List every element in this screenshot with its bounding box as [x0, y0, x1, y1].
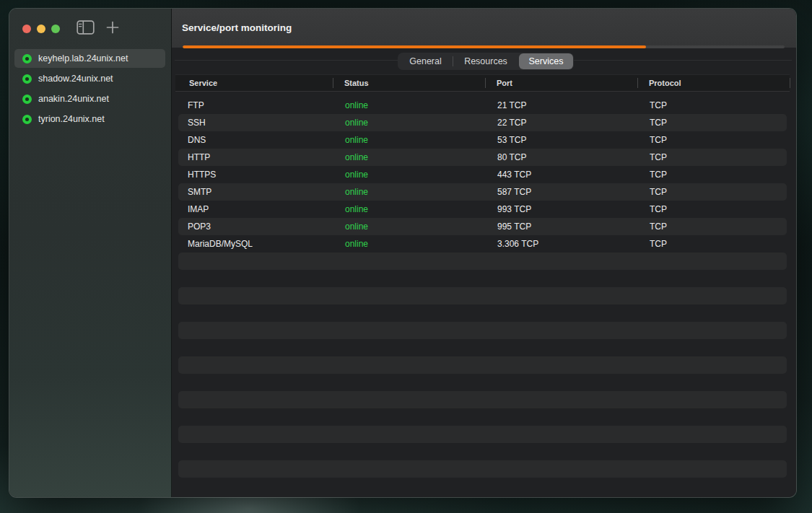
server-list: keyhelp.lab.24unix.net shadow.24unix.net…: [14, 49, 165, 130]
table-row-empty[interactable]: [178, 270, 787, 287]
column-separator: [637, 78, 638, 88]
sidebar-item-label: tyrion.24unix.net: [38, 114, 105, 124]
cell-protocol: TCP: [640, 204, 787, 214]
sidebar-item-label: keyhelp.lab.24unix.net: [38, 53, 128, 63]
column-header-label: Port: [497, 79, 512, 87]
cell-status: online: [336, 118, 488, 128]
add-server-icon[interactable]: [106, 21, 119, 37]
cell-port: 995 TCP: [488, 222, 640, 232]
toggle-sidebar-icon[interactable]: [77, 20, 95, 38]
column-header-protocol[interactable]: Protocol: [637, 75, 790, 91]
table-row-empty[interactable]: [178, 408, 787, 426]
minimize-button[interactable]: [37, 25, 45, 33]
traffic-lights: [22, 25, 60, 33]
sidebar-item-label: shadow.24unix.net: [38, 74, 113, 84]
server-status-dot-icon: [22, 95, 32, 104]
table-row-ftp[interactable]: FTP online 21 TCP TCP: [178, 97, 787, 114]
table-row-empty[interactable]: [178, 460, 787, 478]
cell-service: MariaDB/MySQL: [178, 239, 336, 249]
table-header: Service Status Port Protocol: [175, 74, 790, 92]
sidebar-item-anakin[interactable]: anakin.24unix.net: [14, 89, 165, 108]
cell-service: FTP: [178, 100, 336, 110]
sidebar-item-tyrion[interactable]: tyrion.24unix.net: [14, 110, 165, 128]
tab-services[interactable]: Services: [519, 53, 573, 69]
cell-protocol: TCP: [640, 170, 787, 180]
column-separator: [485, 78, 486, 88]
tab-label: General: [409, 56, 441, 66]
table-row-empty[interactable]: [178, 287, 787, 304]
tab-resources[interactable]: Resources: [453, 53, 519, 69]
table-row-https[interactable]: HTTPS online 443 TCP TCP: [178, 166, 787, 183]
content-pane: Service/port monitoring General Resource…: [172, 9, 796, 497]
service-table-body: FTP online 21 TCP TCP SSH online 22 TCP …: [178, 97, 787, 495]
page-title: Service/port monitoring: [182, 9, 292, 48]
table-row-dns[interactable]: DNS online 53 TCP TCP: [178, 131, 787, 149]
cell-status: online: [336, 239, 488, 249]
column-separator: [333, 78, 333, 88]
table-row-empty[interactable]: [178, 374, 787, 391]
table-row-empty[interactable]: [178, 391, 787, 408]
table-row-smtp[interactable]: SMTP online 587 TCP TCP: [178, 183, 787, 201]
table-row-ssh[interactable]: SSH online 22 TCP TCP: [178, 114, 787, 131]
cell-status: online: [336, 170, 488, 180]
table-row-empty[interactable]: [178, 356, 787, 374]
table-row-empty[interactable]: [178, 426, 787, 443]
column-separator: [790, 78, 790, 88]
cell-service: SMTP: [178, 187, 336, 197]
cell-protocol: TCP: [640, 100, 787, 110]
tab-label: Resources: [464, 56, 507, 66]
cell-port: 3.306 TCP: [488, 239, 640, 249]
cell-status: online: [336, 135, 488, 145]
close-button[interactable]: [22, 25, 31, 33]
sidebar-item-keyhelp[interactable]: keyhelp.lab.24unix.net: [14, 49, 165, 68]
table-row-empty[interactable]: [178, 253, 787, 270]
zoom-button[interactable]: [51, 25, 60, 33]
table-row-http[interactable]: HTTP online 80 TCP TCP: [178, 149, 787, 166]
cell-service: IMAP: [178, 204, 336, 214]
column-header-port[interactable]: Port: [485, 75, 637, 91]
table-row-mariadb-mysql[interactable]: MariaDB/MySQL online 3.306 TCP TCP: [178, 235, 787, 253]
tab-separator: [453, 56, 453, 66]
column-header-service[interactable]: Service: [175, 75, 333, 91]
column-header-label: Status: [344, 79, 369, 87]
cell-protocol: TCP: [640, 239, 787, 249]
column-header-label: Protocol: [649, 79, 681, 87]
tab-bar: General Resources Services: [398, 53, 574, 70]
cell-port: 587 TCP: [488, 187, 640, 197]
column-header-label: Service: [189, 79, 217, 87]
cell-port: 22 TCP: [488, 118, 640, 128]
table-row-empty[interactable]: [178, 478, 787, 495]
app-window: keyhelp.lab.24unix.net shadow.24unix.net…: [9, 9, 796, 497]
content-titlebar: Service/port monitoring: [172, 9, 796, 48]
cell-status: online: [336, 100, 488, 110]
cell-protocol: TCP: [640, 118, 787, 128]
sidebar-item-label: anakin.24unix.net: [38, 94, 109, 104]
table-row-pop3[interactable]: POP3 online 995 TCP TCP: [178, 218, 787, 235]
progress-fill: [183, 45, 646, 48]
table-row-imap[interactable]: IMAP online 993 TCP TCP: [178, 201, 787, 218]
server-status-dot-icon: [22, 74, 32, 84]
cell-port: 443 TCP: [488, 170, 640, 180]
cell-status: online: [336, 222, 488, 232]
column-header-status[interactable]: Status: [333, 75, 485, 91]
cell-service: HTTPS: [178, 170, 336, 180]
cell-protocol: TCP: [640, 135, 787, 145]
cell-port: 21 TCP: [488, 100, 640, 110]
cell-port: 993 TCP: [488, 204, 640, 214]
table-row-empty[interactable]: [178, 443, 787, 460]
table-row-empty[interactable]: [178, 322, 787, 339]
tab-general[interactable]: General: [398, 53, 453, 69]
tab-label: Services: [529, 56, 564, 66]
sidebar-item-shadow[interactable]: shadow.24unix.net: [14, 69, 165, 88]
sidebar: keyhelp.lab.24unix.net shadow.24unix.net…: [9, 9, 172, 497]
cell-status: online: [336, 152, 488, 162]
cell-protocol: TCP: [640, 152, 787, 162]
cell-port: 53 TCP: [488, 135, 640, 145]
cell-service: HTTP: [178, 152, 336, 162]
cell-status: online: [336, 187, 488, 197]
cell-service: SSH: [178, 118, 336, 128]
cell-service: POP3: [178, 222, 336, 232]
table-row-empty[interactable]: [178, 339, 787, 356]
cell-protocol: TCP: [640, 187, 787, 197]
table-row-empty[interactable]: [178, 304, 787, 322]
